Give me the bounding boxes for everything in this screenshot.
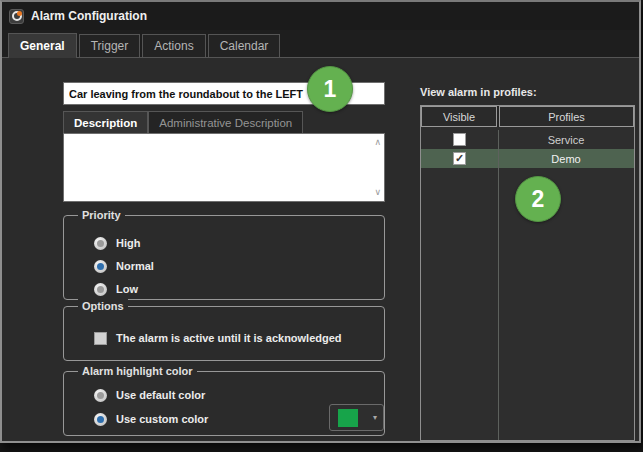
service-profile-label: Service — [498, 134, 634, 146]
priority-group: Priority High Normal Low — [63, 215, 385, 300]
priority-group-label: Priority — [78, 208, 125, 223]
profiles-table-header: Visible Profiles — [421, 106, 634, 127]
window-title: Alarm Configuration — [31, 9, 147, 23]
acknowledge-label: The alarm is active until it is acknowle… — [116, 332, 342, 344]
annotation-circle-1: 1 — [307, 66, 353, 112]
alarm-highlight-color-group: Alarm highlight color Use default color … — [63, 371, 385, 436]
options-group-label: Options — [78, 299, 128, 314]
priority-normal-label: Normal — [116, 260, 154, 272]
tab-trigger[interactable]: Trigger — [79, 34, 141, 57]
main-tabstrip: General Trigger Actions Calendar — [2, 30, 639, 58]
priority-low-radio[interactable] — [94, 283, 107, 296]
priority-normal-row: Normal — [94, 256, 154, 276]
table-row-service[interactable]: Service — [421, 130, 634, 149]
use-custom-color-radio[interactable] — [94, 413, 107, 426]
acknowledge-option-row: The alarm is active until it is acknowle… — [94, 328, 342, 348]
priority-high-row: High — [94, 233, 140, 253]
priority-high-label: High — [116, 237, 140, 249]
demo-visible-checkbox[interactable] — [453, 152, 466, 165]
custom-color-row: Use custom color — [94, 409, 208, 429]
highlight-group-label: Alarm highlight color — [78, 364, 197, 379]
priority-low-label: Low — [116, 283, 138, 295]
use-custom-color-label: Use custom color — [116, 413, 208, 425]
tab-administrative-description[interactable]: Administrative Description — [148, 111, 303, 133]
service-visible-checkbox[interactable] — [453, 133, 466, 146]
use-default-color-radio[interactable] — [94, 389, 107, 402]
description-tabstrip: Description Administrative Description — [63, 111, 303, 133]
tab-general[interactable]: General — [8, 33, 77, 58]
column-header-visible: Visible — [421, 106, 497, 127]
view-alarm-in-profiles-label: View alarm in profiles: — [420, 86, 537, 98]
annotation-circle-2: 2 — [515, 176, 561, 222]
chevron-down-icon: ▾ — [373, 413, 377, 422]
alarm-app-icon — [9, 9, 24, 24]
custom-color-dropdown[interactable]: ▾ — [329, 404, 384, 431]
tab-description[interactable]: Description — [63, 111, 148, 133]
priority-normal-radio[interactable] — [94, 260, 107, 273]
scroll-up-icon[interactable]: ∧ — [374, 138, 381, 147]
titlebar: Alarm Configuration — [2, 2, 639, 30]
priority-low-row: Low — [94, 279, 138, 299]
description-textarea[interactable]: ∧ ∨ — [63, 133, 385, 202]
tab-calendar[interactable]: Calendar — [208, 34, 281, 57]
tab-actions[interactable]: Actions — [142, 34, 205, 57]
column-header-profiles: Profiles — [499, 106, 634, 127]
profiles-table-body: Service Demo — [421, 130, 634, 440]
priority-high-radio[interactable] — [94, 237, 107, 250]
acknowledge-checkbox[interactable] — [94, 332, 107, 345]
demo-profile-label: Demo — [498, 153, 634, 165]
screenshot-stage: Alarm Configuration General Trigger Acti… — [0, 0, 643, 452]
alarm-configuration-window: Alarm Configuration General Trigger Acti… — [0, 0, 641, 443]
scroll-down-icon[interactable]: ∨ — [374, 188, 381, 197]
use-default-color-label: Use default color — [116, 389, 205, 401]
options-group: Options The alarm is active until it is … — [63, 306, 385, 361]
table-row-demo[interactable]: Demo — [421, 149, 634, 168]
color-swatch — [338, 409, 358, 427]
table-column-divider — [498, 130, 499, 440]
profiles-table: Visible Profiles Service Demo — [420, 105, 635, 441]
default-color-row: Use default color — [94, 385, 205, 405]
